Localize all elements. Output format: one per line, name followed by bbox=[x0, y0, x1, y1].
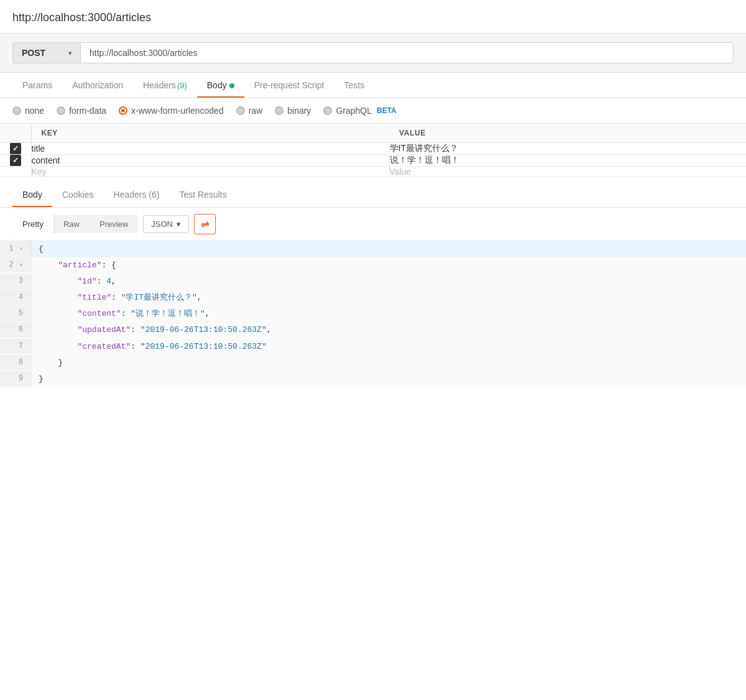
format-tab-pretty[interactable]: Pretty bbox=[12, 215, 53, 233]
json-line-9: 9 } bbox=[0, 371, 746, 387]
radio-graphql-circle bbox=[323, 106, 332, 115]
radio-form-data[interactable]: form-data bbox=[57, 106, 106, 116]
line-num-8: 8 bbox=[0, 355, 31, 370]
json-line-3: 3 "id": 4, bbox=[0, 274, 746, 290]
line-num-9: 9 bbox=[0, 371, 31, 386]
radio-form-data-circle bbox=[57, 106, 65, 115]
json-line-6: 6 "updatedAt": "2019-06-26T13:10:50.263Z… bbox=[0, 322, 746, 338]
request-tabs-bar: Params Authorization Headers(9) Body Pre… bbox=[0, 73, 746, 98]
radio-binary-circle bbox=[275, 106, 283, 115]
response-tab-test-results[interactable]: Test Results bbox=[169, 182, 236, 207]
row2-key[interactable]: content bbox=[31, 155, 389, 167]
response-toolbar: Pretty Raw Preview JSON ▾ ⇌ bbox=[0, 208, 746, 241]
line-num-5: 5 bbox=[0, 306, 31, 321]
request-bar: POST ▾ bbox=[0, 34, 746, 73]
table-row: ✓ content 说！学！逗！唱！ bbox=[0, 155, 746, 167]
row1-value[interactable]: 学IT最讲究什么？ bbox=[389, 143, 746, 155]
json-line-4: 4 "title": "学IT最讲究什么？", bbox=[0, 290, 746, 306]
row3-value-placeholder[interactable]: Value bbox=[389, 167, 746, 177]
line-content-4: "title": "学IT最讲究什么？", bbox=[31, 290, 210, 306]
radio-xwww-circle bbox=[119, 106, 127, 115]
json-line-7: 7 "createdAt": "2019-06-26T13:10:50.263Z… bbox=[0, 339, 746, 355]
wrap-icon: ⇌ bbox=[201, 218, 209, 230]
table-row: ✓ title 学IT最讲究什么？ bbox=[0, 143, 746, 155]
radio-x-www-form-urlencoded[interactable]: x-www-form-urlencoded bbox=[119, 106, 224, 116]
tab-pre-request[interactable]: Pre-request Script bbox=[244, 73, 334, 98]
body-type-row: none form-data x-www-form-urlencoded raw… bbox=[0, 98, 746, 124]
col-key-header: KEY bbox=[31, 124, 389, 143]
line-num-4: 4 bbox=[0, 290, 31, 305]
json-line-8: 8 } bbox=[0, 355, 746, 371]
wrap-button[interactable]: ⇌ bbox=[194, 214, 216, 234]
line-content-2: "article": { bbox=[31, 257, 124, 274]
response-tab-headers[interactable]: Headers (6) bbox=[104, 182, 170, 207]
tab-params[interactable]: Params bbox=[12, 73, 62, 98]
url-input[interactable] bbox=[81, 42, 734, 63]
line-content-1: { bbox=[31, 241, 51, 257]
line-num-2: 2 ▾ bbox=[0, 257, 31, 272]
body-dot bbox=[229, 83, 234, 88]
tab-tests[interactable]: Tests bbox=[334, 73, 375, 98]
page-title-text: http://localhost:3000/articles bbox=[12, 11, 151, 24]
response-tabs-bar: Body Cookies Headers (6) Test Results bbox=[0, 182, 746, 208]
line-num-7: 7 bbox=[0, 339, 31, 354]
page-title: http://localhost:3000/articles bbox=[0, 0, 746, 34]
format-tab-raw[interactable]: Raw bbox=[53, 215, 90, 233]
radio-raw-circle bbox=[236, 106, 245, 115]
line-num-6: 6 bbox=[0, 322, 31, 337]
json-line-2: 2 ▾ "article": { bbox=[0, 257, 746, 274]
json-line-1: 1 ▾ { bbox=[0, 241, 746, 257]
json-format-select[interactable]: JSON ▾ bbox=[143, 215, 189, 233]
line-num-3: 3 bbox=[0, 274, 31, 288]
row1-checkbox[interactable]: ✓ bbox=[10, 143, 21, 154]
graphql-beta-badge: BETA bbox=[377, 106, 397, 115]
line-content-9: } bbox=[31, 371, 51, 387]
json-line-5: 5 "content": "说！学！逗！唱！", bbox=[0, 306, 746, 322]
line-content-8: } bbox=[31, 355, 70, 371]
radio-none-circle bbox=[12, 106, 21, 115]
line-content-6: "updatedAt": "2019-06-26T13:10:50.263Z", bbox=[31, 322, 279, 338]
row1-key[interactable]: title bbox=[31, 143, 389, 155]
radio-binary[interactable]: binary bbox=[275, 106, 311, 116]
method-selector[interactable]: POST ▾ bbox=[12, 42, 81, 63]
method-chevron-icon: ▾ bbox=[68, 50, 71, 57]
tab-headers[interactable]: Headers(9) bbox=[133, 73, 197, 98]
tab-authorization[interactable]: Authorization bbox=[62, 73, 133, 98]
row2-value[interactable]: 说！学！逗！唱！ bbox=[389, 155, 746, 167]
radio-none[interactable]: none bbox=[12, 106, 44, 116]
table-row: Key Value bbox=[0, 167, 746, 177]
params-table: KEY VALUE ✓ title 学IT最讲究什么？ ✓ content 说！… bbox=[0, 124, 746, 177]
response-tab-body[interactable]: Body bbox=[12, 182, 52, 207]
method-label: POST bbox=[22, 48, 45, 58]
headers-badge: (9) bbox=[177, 81, 187, 90]
format-tabs: Pretty Raw Preview bbox=[12, 215, 138, 233]
format-tab-preview[interactable]: Preview bbox=[90, 215, 138, 233]
row2-checkbox[interactable]: ✓ bbox=[10, 155, 21, 166]
response-tab-cookies[interactable]: Cookies bbox=[52, 182, 104, 207]
radio-graphql[interactable]: GraphQLBETA bbox=[323, 106, 396, 116]
line-content-7: "createdAt": "2019-06-26T13:10:50.263Z" bbox=[31, 339, 274, 355]
row3-key-placeholder[interactable]: Key bbox=[31, 167, 389, 177]
col-value-header: VALUE bbox=[389, 124, 746, 143]
line-num-1: 1 ▾ bbox=[0, 241, 31, 256]
radio-raw[interactable]: raw bbox=[236, 106, 263, 116]
tab-body[interactable]: Body bbox=[197, 73, 244, 98]
json-format-chevron-icon: ▾ bbox=[177, 219, 181, 229]
line-content-3: "id": 4, bbox=[31, 274, 124, 290]
json-viewer: 1 ▾ { 2 ▾ "article": { 3 "id": 4, 4 "tit… bbox=[0, 241, 746, 387]
line-content-5: "content": "说！学！逗！唱！", bbox=[31, 306, 218, 322]
